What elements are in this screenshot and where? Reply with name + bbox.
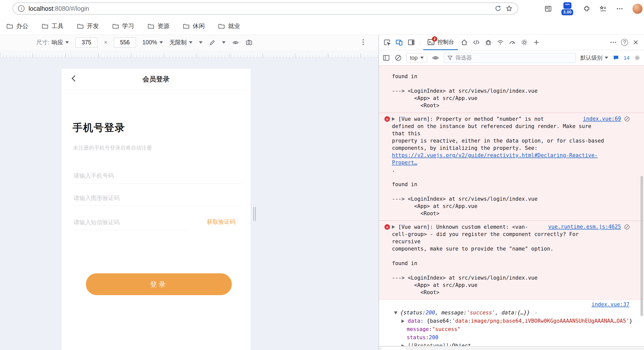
sidebar-icon[interactable]	[544, 5, 552, 13]
info-icon[interactable]: i	[533, 310, 538, 315]
bookmark-folder-work[interactable]: 办公	[7, 22, 28, 30]
console-filter-field[interactable]	[444, 53, 576, 63]
image-code-input[interactable]	[74, 190, 243, 206]
capture-screenshot-icon[interactable]	[246, 39, 253, 46]
url-path: :8080/#/login	[53, 5, 89, 12]
add-tab-icon[interactable]	[531, 37, 542, 48]
bookmark-folder-dev[interactable]: 开发	[77, 22, 99, 30]
phone-field-row	[74, 168, 243, 184]
console-settings-gear-icon[interactable]	[634, 55, 640, 61]
console-sidebar-icon[interactable]	[382, 54, 390, 62]
performance-icon[interactable]	[507, 37, 518, 48]
browser-toolbar: i localhost:8080/#/login 3.00	[0, 0, 644, 17]
responsive-mode-dropdown[interactable]: 尺寸: 响应	[36, 39, 69, 46]
browser-window: i localhost:8080/#/login 3.00	[0, 0, 644, 350]
filter-funnel-icon	[447, 55, 453, 61]
drawer-tab[interactable]	[381, 346, 407, 350]
address-bar[interactable]: i localhost:8080/#/login	[13, 3, 518, 15]
console-filter-input[interactable]	[456, 55, 573, 61]
divider	[420, 38, 420, 47]
zoom-dropdown[interactable]: 100%	[142, 39, 163, 46]
bookmark-folder-tools[interactable]: 工具	[42, 22, 64, 30]
get-code-link[interactable]: 获取验证码	[207, 218, 236, 226]
refresh-icon[interactable]	[495, 5, 502, 12]
console-error-vue-warn-element: ✕ vue.runtime.esm.js:4625 [Vue warn]: Un…	[379, 221, 644, 300]
site-info-icon[interactable]: i	[18, 5, 25, 12]
debugger-bug-icon[interactable]	[483, 37, 494, 48]
explain-error-icon[interactable]	[624, 224, 629, 229]
console-scrollbar[interactable]	[640, 176, 643, 316]
log-source: index.vue:37	[591, 301, 629, 308]
device-pixel-ratio-dropdown[interactable]	[199, 41, 202, 44]
login-heading: 手机号登录	[73, 121, 125, 135]
messages-bubble-icon[interactable]	[613, 55, 619, 61]
throttling-dropdown[interactable]: 无限制	[169, 39, 192, 46]
log-property-status: status: 200	[379, 333, 644, 342]
extension-icon[interactable]: 3.00	[561, 2, 574, 16]
bookmark-label: 开发	[87, 22, 99, 30]
expand-arrow-icon[interactable]	[392, 117, 395, 121]
close-devtools-icon[interactable]	[630, 37, 641, 48]
favorite-star-icon[interactable]	[506, 5, 513, 12]
edit-pen-icon[interactable]	[209, 39, 216, 46]
source-link[interactable]: index.vue:37	[591, 301, 629, 308]
profile-avatar[interactable]	[632, 4, 642, 14]
console-messages[interactable]: found in ---> <LoginIndex> at src/views/…	[379, 66, 644, 346]
url-text[interactable]: localhost:8080/#/login	[29, 5, 491, 12]
viewport-resize-handle[interactable]	[253, 207, 256, 221]
chevron-down-icon	[605, 57, 608, 59]
dimension-times: ×	[104, 39, 107, 46]
eye-icon[interactable]	[232, 39, 239, 46]
device-mode-value: 响应	[52, 39, 63, 46]
clear-console-icon[interactable]	[394, 54, 402, 62]
devtools-more-icon[interactable]	[607, 37, 619, 48]
execution-context-dropdown[interactable]: top	[406, 53, 427, 63]
console-error-badge: 2	[432, 36, 437, 42]
viewport-height-input[interactable]	[114, 38, 136, 48]
log-property-prototype: [[Prototype]]: Object	[379, 342, 644, 346]
expand-arrow-icon[interactable]	[401, 319, 404, 323]
expand-arrow-icon[interactable]	[392, 225, 395, 229]
sources-icon[interactable]	[471, 37, 482, 48]
viewport-width-input[interactable]	[75, 38, 97, 48]
explain-error-icon[interactable]	[624, 116, 629, 122]
settings-gear-icon[interactable]	[519, 37, 530, 48]
sms-code-input[interactable]	[74, 215, 188, 230]
login-header-title: 会员登录	[143, 75, 170, 84]
source-link[interactable]: index.vue:69	[583, 115, 621, 123]
bookmarks-bar: 办公 工具 开发 学习 资源 休闲 就业	[0, 17, 644, 35]
horizontal-ruler	[0, 50, 378, 58]
live-expression-eye-icon[interactable]	[432, 54, 439, 62]
bookmark-label: 就业	[228, 22, 240, 30]
doc-link[interactable]: https://v2.vuejs.org/v2/guide/reactivity…	[392, 152, 598, 166]
console-toolbar: top 默认级别 14	[379, 50, 644, 66]
bookmark-folder-study[interactable]: 学习	[112, 22, 134, 30]
source-link[interactable]: vue.runtime.esm.js:4625	[548, 223, 621, 230]
phone-input[interactable]	[74, 168, 243, 183]
bookmark-folder-resources[interactable]: 资源	[148, 22, 169, 30]
browser-menu-icon[interactable]	[616, 5, 623, 13]
expand-arrow-icon[interactable]	[401, 344, 404, 346]
extensions-puzzle-icon[interactable]	[583, 5, 590, 13]
emulation-stage: 会员登录 手机号登录 未注册的手机号登录后将自动注册 获取验证码 登录	[0, 58, 378, 350]
bookmark-folder-career[interactable]: 就业	[218, 22, 240, 30]
home-icon[interactable]	[459, 37, 470, 48]
extension-glyph	[563, 2, 571, 9]
bookmark-folder-leisure[interactable]: 休闲	[183, 22, 205, 30]
network-conditions-icon[interactable]	[495, 37, 506, 48]
inspect-icon[interactable]	[381, 37, 393, 48]
login-header: 会员登录	[62, 69, 251, 90]
collapse-arrow-icon[interactable]	[394, 311, 397, 314]
devtools-panel: 2 控制台	[378, 35, 644, 350]
dock-side-icon[interactable]	[405, 37, 417, 48]
collections-icon[interactable]	[599, 5, 607, 13]
tab-console[interactable]: 2 控制台	[423, 35, 458, 50]
device-emulation-icon[interactable]	[393, 37, 405, 48]
help-icon[interactable]: ?	[621, 39, 628, 46]
log-levels-dropdown[interactable]: 默认级别	[580, 54, 608, 62]
devtools-drawer-strip	[379, 346, 644, 350]
device-toolbar-menu-icon[interactable]	[359, 38, 367, 46]
login-button[interactable]: 登录	[86, 273, 232, 295]
back-icon[interactable]	[72, 75, 78, 81]
device-type-dropdown[interactable]	[222, 41, 226, 44]
